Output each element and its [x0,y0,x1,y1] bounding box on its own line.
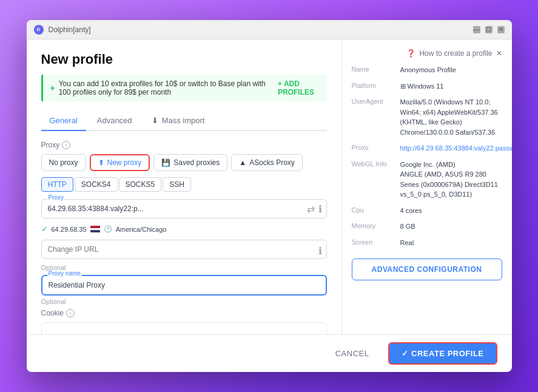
footer: CANCEL ✓ CREATE PROFILE [27,334,512,372]
how-to-button[interactable]: ❓ How to create a profile ✕ [352,49,502,58]
tab-bar: General Advanced ⬇ Mass import [41,111,327,131]
side-row-platform: Platform ⊞ Windows 11 [352,81,502,92]
proxy-section-label: Proxy i [41,141,327,149]
side-key-webgl: WebGL Info [352,160,400,167]
titlebar: D Dolphin[anty] — ☐ ✕ [27,20,512,39]
close-button[interactable]: ✕ [497,26,505,33]
side-val-webgl: Google Inc. (AMD)ANGLE (AMD, ASUS R9 280… [400,160,502,200]
proxy-input-icons: ⇄ ℹ [307,203,322,215]
main-content: New profile + You can add 10 extra profi… [27,39,512,334]
asocks-proxy-button[interactable]: ▲ ASocks Proxy [231,154,303,171]
promo-bar: + You can add 10 extra profiles for 10$ … [41,75,327,101]
proto-socks5[interactable]: SOCKS5 [119,177,162,192]
create-profile-button[interactable]: ✓ CREATE PROFILE [388,342,497,365]
page-title: New profile [41,52,327,67]
side-val-platform: ⊞ Windows 11 [400,81,502,92]
proxy-name-input[interactable] [41,275,327,296]
main-panel: New profile + You can add 10 extra profi… [27,39,342,334]
side-val-cpu: 4 cores [400,206,502,216]
proxy-name-group: Proxy name [41,275,327,296]
side-row-cpu: Cpu 4 cores [352,206,502,216]
question-icon: ❓ [406,49,415,58]
side-key-name: Name [352,65,400,73]
proxy-options: No proxy ⬆ New proxy 💾 Saved proxies ▲ A… [41,154,327,171]
tab-advanced[interactable]: Advanced [89,111,141,131]
titlebar-title: Dolphin[anty] [49,25,473,34]
windows-icon: ⊞ [400,81,406,92]
side-key-screen: Screen [352,238,400,246]
saved-proxies-button[interactable]: 💾 Saved proxies [153,154,227,171]
side-key-useragent: UserAgent [352,97,400,105]
status-check-icon: ✓ [41,225,48,234]
proxy-info-icon: i [62,141,70,149]
proxy-input[interactable] [41,199,327,218]
proxy-name-label: Proxy name [47,270,82,277]
new-proxy-button[interactable]: ⬆ New proxy [90,154,150,171]
promo-text: You can add 10 extra profiles for 10$ or… [59,79,278,96]
side-row-screen: Screen Real [352,238,502,248]
cookie-label: Cookie i [41,309,327,317]
side-key-memory: Memory [352,221,400,229]
no-proxy-button[interactable]: No proxy [41,154,86,171]
proxy-timezone: 🕐 [104,225,112,233]
side-val-memory: 8 GB [400,221,502,232]
cookie-drop-area[interactable]: Paste your cookies or drag and drop your… [41,322,327,334]
optional-label-1: Optional [41,264,327,271]
protocol-tabs: HTTP SOCKS4 SOCKS5 SSH [41,177,327,192]
cancel-label: CANCEL [335,349,369,358]
close-side-icon[interactable]: ✕ [496,49,502,58]
side-panel: ❓ How to create a profile ✕ Name Anonymo… [342,39,512,334]
minimize-button[interactable]: — [473,26,480,33]
proxy-status: ✓ 64.29.68.35 🕐 America/Chicago [41,225,327,234]
create-label: ✓ CREATE PROFILE [402,349,483,358]
add-profiles-button[interactable]: + ADD PROFILES [278,79,319,96]
info-icon-2: ℹ [318,245,322,257]
promo-icon: + [50,83,55,93]
side-row-webgl: WebGL Info Google Inc. (AMD)ANGLE (AMD, … [352,160,502,200]
proto-socks4[interactable]: SOCKS4 [75,177,118,192]
proxy-input-label: Proxy [47,194,66,201]
cookie-info-icon: i [66,309,75,317]
side-val-screen: Real [400,238,502,248]
side-key-cpu: Cpu [352,206,400,214]
side-key-platform: Platform [352,81,400,89]
optional-label-2: Optional [41,298,327,305]
how-to-label: How to create a profile [419,49,492,58]
window-controls: — ☐ ✕ [473,26,505,33]
side-row-proxy: Proxy http://64.29.68.35:43884:valy22:pa… [352,143,502,154]
maximize-button[interactable]: ☐ [485,26,493,33]
flag-icon [90,226,100,232]
side-row-memory: Memory 8 GB [352,221,502,232]
proxy-input-group: Proxy ⇄ ℹ [41,199,327,218]
proxy-timezone-text: America/Chicago [116,226,167,233]
change-ip-group: ℹ [41,240,327,262]
tab-mass-import[interactable]: ⬇ Mass import [143,111,214,131]
app-window: D Dolphin[anty] — ☐ ✕ New profile + You … [27,20,512,372]
side-val-name: Anonymous Profile [400,65,502,75]
change-ip-icon: ℹ [318,245,322,257]
advanced-config-button[interactable]: ADVANCED CONFIGURATION [352,259,502,280]
promo-left: + You can add 10 extra profiles for 10$ … [50,79,278,96]
proto-http[interactable]: HTTP [41,177,73,192]
side-key-proxy: Proxy [352,143,400,151]
change-ip-input[interactable] [41,240,327,259]
swap-icon: ⇄ [307,203,315,215]
proto-ssh[interactable]: SSH [163,177,191,192]
proxy-ip: 64.29.68.35 [52,226,87,233]
app-logo: D [34,25,44,35]
side-val-proxy: http://64.29.68.35:43884:valy22:password… [400,143,512,154]
info-icon: ℹ [318,203,322,215]
side-val-useragent: Mozilla/5.0 (Windows NT 10.0; Win64; x64… [400,97,502,137]
cancel-button[interactable]: CANCEL [323,343,382,363]
adv-config-label: ADVANCED CONFIGURATION [372,265,482,274]
side-row-name: Name Anonymous Profile [352,65,502,75]
side-row-useragent: UserAgent Mozilla/5.0 (Windows NT 10.0; … [352,97,502,137]
tab-general[interactable]: General [41,111,86,131]
